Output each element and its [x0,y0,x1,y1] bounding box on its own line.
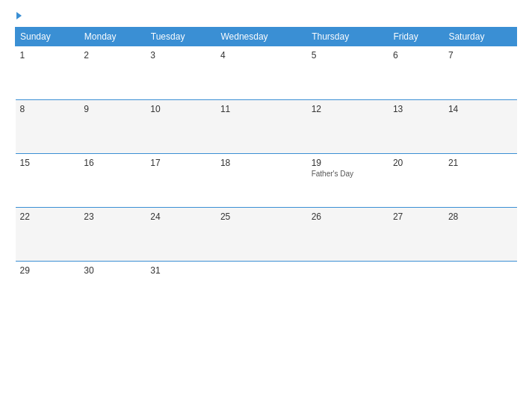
day-number: 4 [220,50,303,61]
day-number: 1 [20,50,75,61]
day-of-week-header: Monday [79,28,146,46]
calendar-day-cell: 20 [389,154,444,208]
calendar-day-cell: 11 [216,100,307,154]
calendar-day-cell: 29 [16,262,80,315]
calendar-day-cell: 26 [307,208,389,262]
calendar-day-cell: 25 [216,208,307,262]
calendar-day-cell: 15 [16,154,80,208]
day-number: 25 [220,211,303,222]
calendar-week-row: 1516171819Father's Day2021 [16,154,517,208]
day-number: 16 [84,158,141,168]
calendar-day-cell: 13 [389,100,444,154]
day-number: 23 [84,211,141,222]
calendar-day-cell: 8 [16,100,80,154]
calendar-day-cell: 10 [146,100,216,154]
calendar-week-row: 891011121314 [16,100,517,154]
day-number: 3 [150,50,211,61]
day-number: 22 [20,211,75,222]
calendar-day-cell [216,262,307,315]
day-number: 24 [150,211,211,222]
calendar-day-cell: 19Father's Day [307,154,389,208]
day-of-week-header: Saturday [444,28,517,46]
calendar-header-row: SundayMondayTuesdayWednesdayThursdayFrid… [16,28,517,46]
calendar-day-cell: 30 [79,262,146,315]
event-label: Father's Day [312,170,384,178]
day-number: 15 [20,158,75,168]
calendar-week-row: 293031 [16,262,517,315]
calendar-day-cell: 9 [79,100,146,154]
calendar-week-row: 1234567 [16,46,517,100]
day-number: 27 [393,211,439,222]
calendar-day-cell: 5 [307,46,389,100]
calendar-day-cell: 21 [444,154,517,208]
day-number: 10 [150,104,211,114]
day-number: 12 [312,104,384,114]
day-of-week-header: Friday [389,28,444,46]
calendar-body: 12345678910111213141516171819Father's Da… [16,46,517,315]
calendar-day-cell: 6 [389,46,444,100]
calendar-day-cell: 28 [444,208,517,262]
calendar-day-cell: 12 [307,100,389,154]
day-number: 13 [393,104,439,114]
logo-blue-text [15,12,22,19]
calendar-day-cell [389,262,444,315]
day-of-week-header: Thursday [307,28,389,46]
day-number: 19 [312,158,384,168]
day-number: 28 [448,211,513,222]
calendar-day-cell: 16 [79,154,146,208]
calendar-day-cell: 3 [146,46,216,100]
day-of-week-header: Tuesday [146,28,216,46]
day-number: 29 [20,265,75,276]
calendar-day-cell [444,262,517,315]
days-of-week-row: SundayMondayTuesdayWednesdayThursdayFrid… [16,28,517,46]
calendar-day-cell: 7 [444,46,517,100]
logo [15,12,22,19]
day-number: 20 [393,158,439,168]
day-number: 21 [448,158,513,168]
day-number: 7 [448,50,513,61]
calendar-day-cell: 18 [216,154,307,208]
calendar-day-cell: 27 [389,208,444,262]
calendar-day-cell: 14 [444,100,517,154]
day-number: 14 [448,104,513,114]
day-number: 17 [150,158,211,168]
day-number: 5 [312,50,384,61]
day-number: 26 [312,211,384,222]
day-of-week-header: Sunday [16,28,80,46]
day-number: 18 [220,158,303,168]
calendar-day-cell: 23 [79,208,146,262]
calendar-day-cell [307,262,389,315]
day-number: 9 [84,104,141,114]
calendar-day-cell: 24 [146,208,216,262]
calendar-week-row: 22232425262728 [16,208,517,262]
calendar-day-cell: 4 [216,46,307,100]
day-number: 30 [84,265,141,276]
logo-triangle-icon [16,12,22,19]
day-number: 2 [84,50,141,61]
day-number: 8 [20,104,75,114]
calendar-day-cell: 1 [16,46,80,100]
calendar-day-cell: 2 [79,46,146,100]
calendar-day-cell: 17 [146,154,216,208]
calendar-day-cell: 31 [146,262,216,315]
day-of-week-header: Wednesday [216,28,307,46]
day-number: 11 [220,104,303,114]
calendar-header [15,12,517,19]
calendar-day-cell: 22 [16,208,80,262]
day-number: 31 [150,265,211,276]
calendar-table: SundayMondayTuesdayWednesdayThursdayFrid… [15,27,517,315]
day-number: 6 [393,50,439,61]
